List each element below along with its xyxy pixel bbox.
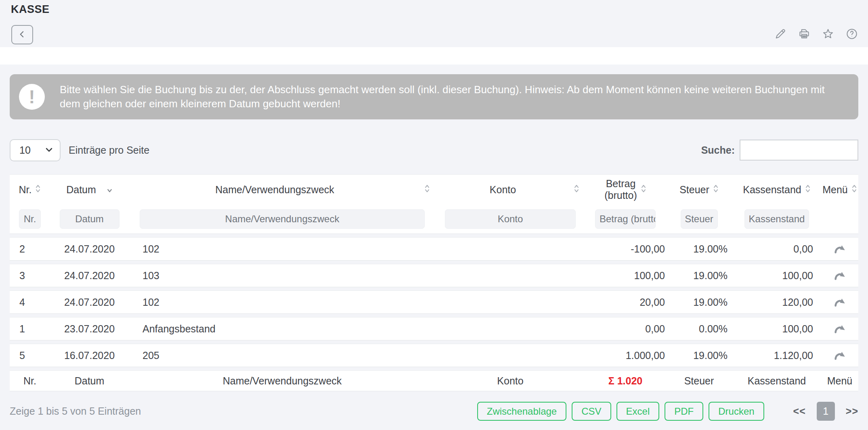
cell-nr: 5 <box>10 350 50 361</box>
table-row[interactable]: 5 16.07.2020 205 1.000,00 19.00% 1.120,0… <box>10 344 858 367</box>
toolbar-icons <box>774 27 858 40</box>
sort-desc-icon <box>107 184 113 196</box>
cell-steuer: 19.00% <box>666 270 732 282</box>
footer-datum: Datum <box>50 375 129 387</box>
cell-datum: 24.07.2020 <box>50 296 129 308</box>
filter-input-kassenstand[interactable] <box>744 209 809 229</box>
bottom-bar: Zeige 1 bis 5 von 5 Einträgen Zwischenab… <box>10 402 858 421</box>
alert-text: Bitte wählen Sie die Buchung bis zu der,… <box>60 83 842 111</box>
csv-export-button[interactable]: CSV <box>572 402 611 421</box>
filter-input-konto[interactable] <box>445 209 576 229</box>
current-page-button[interactable]: 1 <box>817 402 835 421</box>
redo-arrow-icon[interactable] <box>833 243 847 255</box>
print-export-button[interactable]: Drucken <box>709 402 764 421</box>
cell-kassenstand: 100,00 <box>732 270 821 282</box>
cell-nr: 3 <box>10 270 50 282</box>
pdf-export-button[interactable]: PDF <box>665 402 703 421</box>
cell-kassenstand: 120,00 <box>732 296 821 308</box>
cell-nr: 1 <box>10 323 50 335</box>
cell-kassenstand: 100,00 <box>732 323 821 335</box>
filter-input-datum[interactable] <box>60 209 120 229</box>
page-size-select[interactable]: 10 <box>10 139 61 161</box>
alert-banner: ! Bitte wählen Sie die Buchung bis zu de… <box>10 74 858 119</box>
cell-name: 102 <box>129 243 436 255</box>
back-button[interactable] <box>11 25 33 44</box>
sort-icon <box>574 184 579 196</box>
table-filter-row <box>10 205 858 234</box>
filter-input-nr[interactable] <box>19 209 41 229</box>
help-icon[interactable] <box>845 27 858 40</box>
search-label: Suche: <box>701 144 735 156</box>
cell-nr: 2 <box>10 243 50 255</box>
entries-info: Zeige 1 bis 5 von 5 Einträgen <box>10 405 141 417</box>
table-row[interactable]: 1 23.07.2020 Anfangsbestand 0,00 0.00% 1… <box>10 317 858 340</box>
top-bar: KASSE <box>0 0 868 47</box>
main-content: ! Bitte wählen Sie die Buchung bis zu de… <box>0 65 868 421</box>
column-header-menue[interactable]: Menü <box>821 184 858 196</box>
search-area: Suche: <box>701 140 858 161</box>
cell-betrag: 0,00 <box>585 323 666 335</box>
edit-icon[interactable] <box>774 27 787 40</box>
clipboard-export-button[interactable]: Zwischenablage <box>477 402 566 421</box>
page-size-value: 10 <box>19 144 31 156</box>
redo-arrow-icon[interactable] <box>833 350 847 361</box>
column-header-kassenstand[interactable]: Kassenstand <box>732 184 821 196</box>
next-page-button[interactable]: >> <box>846 405 858 417</box>
redo-arrow-icon[interactable] <box>833 323 847 334</box>
table-row[interactable]: 3 24.07.2020 103 100,00 19.00% 100,00 <box>10 264 858 287</box>
column-header-konto[interactable]: Konto <box>436 184 585 196</box>
excel-export-button[interactable]: Excel <box>616 402 660 421</box>
page-size-label: Einträge pro Seite <box>69 144 149 156</box>
cell-nr: 4 <box>10 296 50 308</box>
cell-datum: 16.07.2020 <box>50 350 129 361</box>
search-input[interactable] <box>740 140 858 161</box>
table-controls: 10 Einträge pro Seite Suche: <box>10 139 858 161</box>
footer-menue: Menü <box>821 375 858 387</box>
star-icon[interactable] <box>822 27 834 40</box>
table-row[interactable]: 4 24.07.2020 102 20,00 19.00% 120,00 <box>10 290 858 314</box>
sort-icon <box>713 184 719 196</box>
cell-name: 103 <box>129 270 436 282</box>
previous-page-button[interactable]: << <box>793 405 806 417</box>
cell-betrag: 20,00 <box>585 296 666 308</box>
column-header-nr[interactable]: Nr. <box>10 184 50 196</box>
column-label: Konto <box>436 184 570 196</box>
column-header-betrag[interactable]: Betrag (brutto) <box>585 178 666 201</box>
footer-kassenstand: Kassenstand <box>732 375 821 387</box>
table-header-row: Nr. Datum Name/Verwendungszweck Konto Be… <box>10 175 858 205</box>
cell-betrag: 100,00 <box>585 270 666 282</box>
sort-icon <box>805 184 811 196</box>
footer-steuer: Steuer <box>666 375 732 387</box>
table-header-block: Nr. Datum Name/Verwendungszweck Konto Be… <box>10 174 858 234</box>
table-row[interactable]: 2 24.07.2020 102 -100,00 19.00% 0,00 <box>10 237 858 261</box>
betrag-sum: Σ 1.020 <box>585 375 666 387</box>
sort-icon <box>424 184 430 196</box>
cell-steuer: 19.00% <box>666 243 732 255</box>
redo-arrow-icon[interactable] <box>833 296 847 308</box>
cell-kassenstand: 1.120,00 <box>732 350 821 361</box>
cell-betrag: 1.000,00 <box>585 350 666 361</box>
column-header-datum[interactable]: Datum <box>50 184 129 196</box>
cell-datum: 24.07.2020 <box>50 243 129 255</box>
column-header-steuer[interactable]: Steuer <box>666 184 732 196</box>
sort-icon <box>851 184 857 196</box>
sort-icon <box>35 184 41 196</box>
filter-input-steuer[interactable] <box>681 209 718 229</box>
pagination: << 1 >> <box>793 402 858 421</box>
column-header-name[interactable]: Name/Verwendungszweck <box>129 184 436 196</box>
chevron-left-icon <box>17 29 27 41</box>
redo-arrow-icon[interactable] <box>833 270 847 281</box>
cell-kassenstand: 0,00 <box>732 243 821 255</box>
filter-input-name[interactable] <box>140 209 425 229</box>
column-label: Name/Verwendungszweck <box>129 184 421 196</box>
filter-input-betrag[interactable] <box>595 209 656 229</box>
cell-datum: 23.07.2020 <box>50 323 129 335</box>
white-band <box>0 47 868 65</box>
print-icon[interactable] <box>798 27 811 40</box>
cell-name: 205 <box>129 350 436 361</box>
column-label: Nr. <box>19 184 32 196</box>
cell-steuer: 0.00% <box>666 323 732 335</box>
column-label: Kassenstand <box>743 184 801 196</box>
column-label: Steuer <box>679 184 709 196</box>
footer-nr: Nr. <box>10 375 50 387</box>
